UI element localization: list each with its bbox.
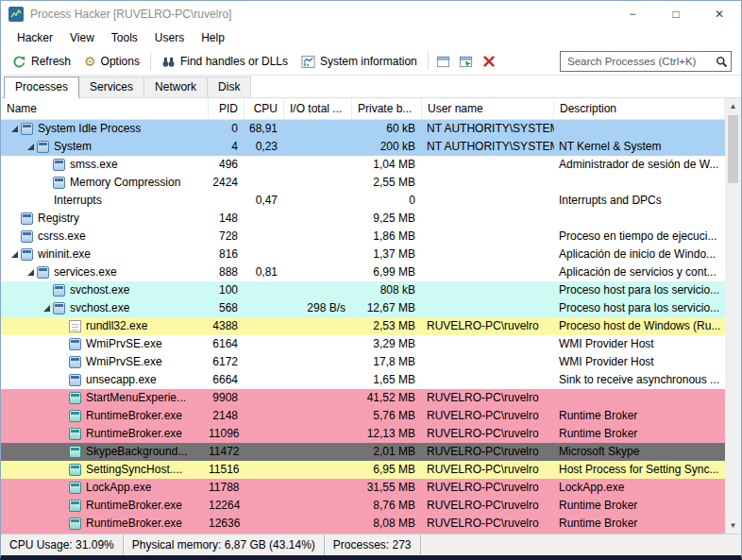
tab-processes[interactable]: Processes <box>4 76 79 98</box>
table-row[interactable]: WmiPrvSE.exe 6172 17,8 MB WMI Provider H… <box>1 353 725 371</box>
process-pid: 100 <box>209 281 245 299</box>
column-header-user-name[interactable]: User name <box>422 98 554 119</box>
tree-expander-icon[interactable] <box>25 144 37 150</box>
process-name: RuntimeBroker.exe <box>86 425 182 443</box>
table-row[interactable]: RuntimeBroker.exe 12264 8,76 MB RUVELRO-… <box>1 497 725 515</box>
process-user-name: RUVELRO-PC\ruvelro <box>422 479 554 497</box>
menu-hacker[interactable]: Hacker <box>8 29 61 46</box>
table-row[interactable]: Memory Compression 2424 2,55 MB <box>1 174 725 192</box>
table-row[interactable]: System 4 0,23 200 kB NT AUTHORITY\SYSTEM… <box>1 138 725 156</box>
tab-services[interactable]: Services <box>78 76 144 97</box>
menu-help[interactable]: Help <box>193 29 233 46</box>
tree-expander-icon[interactable] <box>25 269 37 276</box>
table-row[interactable]: Registry 148 9,25 MB <box>1 210 725 228</box>
search-icon[interactable] <box>716 56 728 68</box>
table-row[interactable]: SkypeBackground... 11472 2,01 MB RUVELRO… <box>1 443 725 461</box>
status-processes-count: Processes: 273 <box>325 535 421 555</box>
menu-users[interactable]: Users <box>146 29 193 46</box>
process-icon <box>69 428 81 440</box>
process-icon <box>53 302 65 314</box>
process-name: Memory Compression <box>70 174 180 192</box>
table-row[interactable]: RuntimeBroker.exe 2148 5,76 MB RUVELRO-P… <box>1 407 725 425</box>
menu-bar: Hacker View Tools Users Help <box>1 27 741 48</box>
scroll-up-icon[interactable]: ▲ <box>725 98 741 114</box>
process-icon <box>53 177 65 189</box>
process-name: unsecapp.exe <box>86 371 157 389</box>
process-io-total <box>284 353 352 371</box>
process-private-bytes: 2,01 MB <box>352 443 422 461</box>
vertical-scrollbar[interactable]: ▲ ▼ <box>725 98 741 534</box>
tab-network[interactable]: Network <box>143 76 208 97</box>
process-description: Runtime Broker <box>554 497 725 515</box>
table-row[interactable]: StartMenuExperie... 9908 41,52 MB RUVELR… <box>1 389 725 407</box>
process-user-name: NT AUTHORITY\SYSTEM <box>422 138 554 156</box>
tree-expander-icon[interactable] <box>8 251 21 258</box>
process-pid: 888 <box>209 263 245 281</box>
process-icon <box>53 284 65 297</box>
process-user-name: RUVELRO-PC\ruvelro <box>422 407 554 425</box>
column-header-name[interactable]: Name <box>1 98 209 119</box>
column-header-private-bytes[interactable]: Private b... <box>352 98 422 119</box>
window-tool-button[interactable] <box>432 51 455 72</box>
column-header-io-total[interactable]: I/O total ... <box>284 98 352 119</box>
scroll-down-icon[interactable]: ▼ <box>725 518 741 534</box>
tab-disk[interactable]: Disk <box>207 76 251 97</box>
table-row[interactable]: csrss.exe 728 1,86 MB Proceso en tiempo … <box>1 228 725 246</box>
terminate-button[interactable] <box>478 51 500 72</box>
table-row[interactable]: System Idle Process 0 68,91 60 kB NT AUT… <box>1 120 725 138</box>
table-row[interactable]: services.exe 888 0,81 6,99 MB Aplicación… <box>1 263 725 281</box>
process-io-total: 298 B/s <box>284 299 352 317</box>
table-row[interactable]: svchost.exe 100 808 kB Proceso host para… <box>1 281 725 299</box>
table-row[interactable]: smss.exe 496 1,04 MB Administrador de se… <box>1 156 725 174</box>
table-row[interactable]: SettingSyncHost.... 11516 6,95 MB RUVELR… <box>1 461 725 479</box>
table-row[interactable]: unsecapp.exe 6664 1,65 MB Sink to receiv… <box>1 371 725 389</box>
window-go-button[interactable] <box>455 51 478 72</box>
process-cpu <box>245 479 284 497</box>
process-user-name: RUVELRO-PC\ruvelro <box>422 461 554 479</box>
column-header-cpu[interactable]: CPU <box>245 98 284 119</box>
process-io-total <box>284 335 352 353</box>
find-handles-button[interactable]: Find handles or DLLs <box>155 52 295 72</box>
table-row[interactable]: LockApp.exe 11788 31,55 MB RUVELRO-PC\ru… <box>1 479 725 497</box>
table-row[interactable]: RuntimeBroker.exe 12636 8,08 MB RUVELRO-… <box>1 515 725 533</box>
process-pid: 11096 <box>209 425 245 443</box>
maximize-button[interactable]: □ <box>654 1 698 27</box>
menu-tools[interactable]: Tools <box>103 29 146 46</box>
tree-expander-icon[interactable] <box>8 126 21 132</box>
process-private-bytes: 6,99 MB <box>352 263 422 281</box>
process-cpu <box>245 317 284 335</box>
process-description: COM Surrogate <box>554 533 725 534</box>
menu-view[interactable]: View <box>61 29 103 46</box>
search-input[interactable] <box>565 55 716 68</box>
process-hacker-window: Process Hacker [RUVELRO-PC\ruvelro] − □ … <box>0 0 742 560</box>
table-row[interactable]: Interrupts 0,47 0 Interrupts and DPCs <box>1 192 725 210</box>
process-description: Microsoft Skype <box>554 443 725 461</box>
process-pid: 2424 <box>209 174 245 192</box>
column-header-description[interactable]: Description <box>554 98 725 119</box>
table-row[interactable]: svchost.exe 568 298 B/s 12,67 MB Proceso… <box>1 299 725 317</box>
options-label: Options <box>101 55 140 68</box>
options-button[interactable]: ⚙ Options <box>77 52 146 71</box>
refresh-button[interactable]: Refresh <box>6 52 77 72</box>
process-pid: 728 <box>209 228 245 246</box>
process-icon <box>37 141 49 153</box>
process-io-total <box>284 443 352 461</box>
table-row[interactable]: wininit.exe 816 1,37 MB Aplicación de in… <box>1 246 725 263</box>
process-cpu <box>245 156 284 174</box>
process-description: Runtime Broker <box>554 407 725 425</box>
process-private-bytes: 0 <box>352 192 422 210</box>
minimize-button[interactable]: − <box>611 1 654 27</box>
close-button[interactable]: ✕ <box>698 1 741 27</box>
tree-expander-icon[interactable] <box>41 305 53 312</box>
table-row[interactable]: WmiPrvSE.exe 6164 3,29 MB WMI Provider H… <box>1 335 725 353</box>
table-row[interactable]: dllhost.exe COM Surrogate <box>1 533 725 534</box>
table-row[interactable]: RuntimeBroker.exe 11096 12,13 MB RUVELRO… <box>1 425 725 443</box>
process-user-name: NT AUTHORITY\SYSTEM <box>422 120 554 138</box>
search-box[interactable] <box>560 51 732 72</box>
scrollbar-thumb[interactable] <box>728 115 738 183</box>
column-header-pid[interactable]: PID <box>209 98 245 119</box>
process-cpu <box>245 353 284 371</box>
table-row[interactable]: rundll32.exe 4388 2,53 MB RUVELRO-PC\ruv… <box>1 317 725 335</box>
process-name: svchost.exe <box>70 299 129 317</box>
system-information-button[interactable]: System information <box>295 52 424 72</box>
